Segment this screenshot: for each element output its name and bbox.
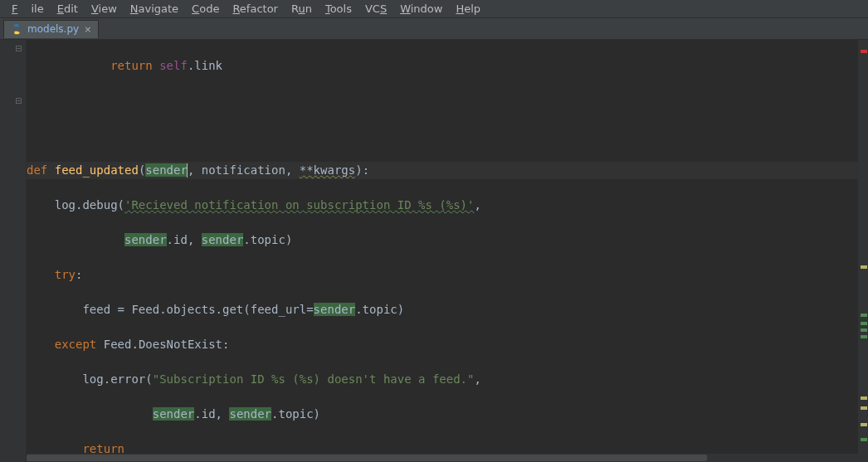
menu-refactor[interactable]: Refactor bbox=[226, 1, 285, 17]
code-line bbox=[27, 127, 858, 144]
error-stripe-marker[interactable] bbox=[861, 328, 867, 332]
menu-window[interactable]: Window bbox=[393, 1, 449, 17]
code-line: try: bbox=[27, 266, 858, 284]
menu-bar: File Edit View Navigate Code Refactor Ru… bbox=[0, 0, 868, 18]
error-stripe[interactable] bbox=[858, 40, 868, 462]
menu-code[interactable]: Code bbox=[185, 1, 226, 17]
scrollbar-thumb[interactable] bbox=[27, 455, 707, 461]
error-stripe-marker[interactable] bbox=[861, 423, 867, 426]
menu-edit[interactable]: Edit bbox=[51, 1, 85, 17]
menu-vcs[interactable]: VCS bbox=[358, 1, 393, 17]
fold-marker-icon[interactable]: ⊟ bbox=[15, 92, 22, 109]
code-line-current: def feed_updated(sender, notification, *… bbox=[27, 162, 858, 179]
fold-marker-icon[interactable]: ⊟ bbox=[15, 40, 22, 57]
tab-models-py[interactable]: models.py × bbox=[3, 20, 99, 38]
error-stripe-marker[interactable] bbox=[861, 396, 867, 400]
error-stripe-marker[interactable] bbox=[861, 265, 867, 269]
menu-tools[interactable]: Tools bbox=[319, 1, 358, 17]
tab-filename: models.py bbox=[27, 23, 79, 35]
editor-tabs: models.py × bbox=[0, 18, 868, 40]
python-file-icon bbox=[11, 23, 22, 35]
error-stripe-marker[interactable] bbox=[861, 314, 867, 317]
code-line bbox=[27, 92, 858, 109]
menu-file[interactable]: File bbox=[5, 1, 51, 17]
code-line: log.error("Subscription ID %s (%s) doesn… bbox=[27, 371, 858, 388]
horizontal-scrollbar[interactable] bbox=[27, 454, 858, 462]
code-line: log.debug('Recieved notification on subs… bbox=[27, 197, 858, 214]
code-line: feed = Feed.objects.get(feed_url=sender.… bbox=[27, 301, 858, 319]
code-area[interactable]: return self.link def feed_updated(sender… bbox=[27, 40, 858, 462]
menu-navigate[interactable]: Navigate bbox=[124, 1, 185, 17]
error-stripe-marker[interactable] bbox=[861, 50, 867, 53]
menu-help[interactable]: Help bbox=[449, 1, 487, 17]
error-stripe-marker[interactable] bbox=[861, 335, 867, 338]
menu-run[interactable]: Run bbox=[285, 1, 319, 17]
code-line: except Feed.DoesNotExist: bbox=[27, 336, 858, 353]
gutter: ⊟ ⊟ bbox=[0, 40, 27, 462]
tab-close-icon[interactable]: × bbox=[84, 24, 91, 35]
code-line: sender.id, sender.topic) bbox=[27, 406, 858, 423]
code-line: sender.id, sender.topic) bbox=[27, 231, 858, 249]
code-line: return self.link bbox=[27, 57, 858, 75]
error-stripe-marker[interactable] bbox=[861, 406, 867, 410]
error-stripe-marker[interactable] bbox=[861, 438, 867, 441]
menu-view[interactable]: View bbox=[85, 1, 124, 17]
error-stripe-marker[interactable] bbox=[861, 322, 867, 325]
editor[interactable]: ⊟ ⊟ return self.link def feed_updated(se… bbox=[0, 40, 868, 462]
